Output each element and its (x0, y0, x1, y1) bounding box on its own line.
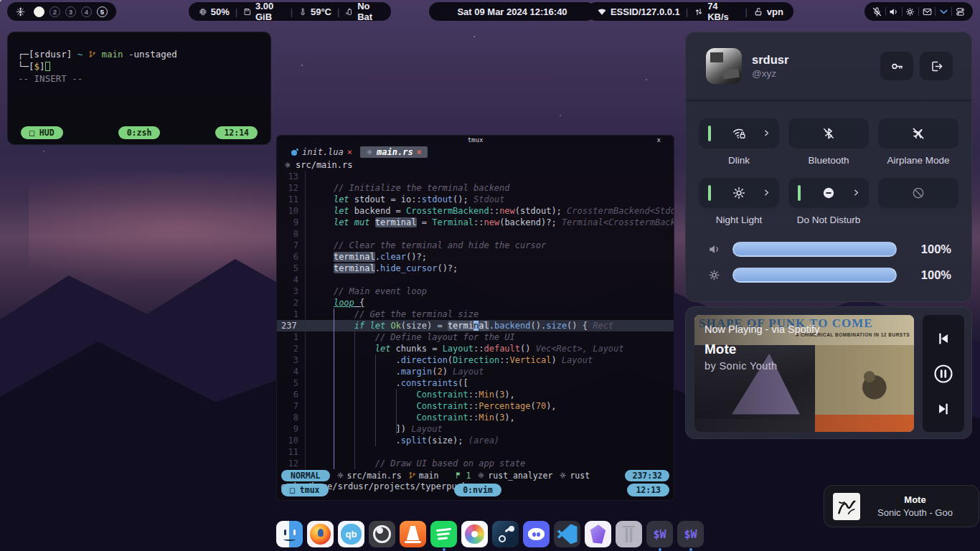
workspace-4[interactable]: 4 (81, 6, 92, 17)
logout-button[interactable] (920, 52, 953, 80)
dock-obsidian[interactable] (585, 521, 611, 547)
dock-obs[interactable] (369, 521, 395, 547)
code-line[interactable]: 1 // Get the terminal size (277, 309, 674, 320)
code-line[interactable]: 6 Constraint::Min(3), (277, 389, 674, 400)
toggle-bluetooth[interactable] (788, 118, 869, 149)
network-pill[interactable]: ESSID/127.0.0.1 | 74 KB/s | vpn (587, 2, 793, 21)
toggle-do-not-disturb[interactable] (788, 178, 869, 208)
dock-discord[interactable] (523, 521, 550, 547)
code-line[interactable]: 5 .constraints([ (277, 377, 674, 389)
dock-vlc[interactable] (400, 521, 426, 547)
code-line[interactable]: 10 let backend = CrosstermBackend::new(s… (277, 205, 674, 217)
code-line[interactable]: 3 .direction(Direction::Vertical) Layout (277, 354, 674, 366)
previous-track-button[interactable] (936, 331, 951, 347)
workspace-3[interactable]: 3 (65, 6, 76, 17)
speaker-icon[interactable] (888, 6, 899, 17)
code-line[interactable]: 6 terminal.clear()?; (277, 251, 674, 263)
brightness-slider[interactable] (732, 268, 897, 283)
chevron-right-icon[interactable] (852, 188, 861, 197)
toggle-airplane-mode[interactable] (878, 118, 958, 149)
code-line[interactable]: 11 let stdout = io::stdout(); Stdout (277, 194, 674, 205)
window-titlebar: tmux x (277, 136, 674, 145)
album-art[interactable]: SHAPE OF PUNK TO COME A CHIMERICAL BOMBI… (694, 315, 914, 432)
divider (885, 7, 886, 16)
tmux-window[interactable]: 0:nvim (454, 484, 501, 496)
tab-close-icon[interactable]: × (417, 147, 422, 157)
code-line[interactable]: 9 let mut terminal = Terminal::new(backe… (277, 217, 674, 228)
code-line[interactable]: 11 (277, 446, 674, 458)
code-line[interactable]: 12 // Draw UI based on app state (277, 458, 674, 469)
chevron-down-icon[interactable] (938, 6, 949, 17)
snowflake-icon (16, 6, 25, 18)
code-line[interactable]: 3 // Main event loop (277, 286, 674, 297)
mail-icon[interactable] (922, 6, 933, 17)
window-close-button[interactable]: x (657, 136, 661, 145)
dock-sw-app[interactable]: $W (646, 521, 673, 547)
running-indicator (689, 548, 692, 551)
dock-file-manager[interactable] (276, 521, 303, 547)
line-number: 2 (277, 297, 306, 309)
code-line[interactable]: 4 (277, 274, 674, 286)
tmux-session-name[interactable]: □ HUD (21, 126, 63, 139)
chevron-right-icon[interactable] (762, 128, 771, 138)
line-number: 9 (277, 217, 306, 228)
workspace-5[interactable]: 5 (97, 6, 108, 17)
dock-photos[interactable] (461, 521, 488, 547)
dock-sw-app-2[interactable]: $W (677, 521, 704, 547)
line-number: 7 (277, 240, 306, 251)
code-line[interactable]: 2 loop { (277, 297, 674, 309)
tmux-session-name[interactable]: □ tmux (281, 484, 329, 496)
line-number: 5 (277, 263, 306, 274)
toggle-night-light[interactable] (699, 178, 779, 208)
pause-button[interactable] (933, 363, 954, 385)
code-line[interactable]: 5 terminal.hide_cursor()?; (277, 263, 674, 274)
switches-icon[interactable] (955, 6, 966, 17)
chevron-right-icon[interactable] (762, 188, 771, 197)
code-line[interactable]: 2 let chunks = Layout::default() Vec<Rec… (277, 343, 674, 354)
toggle-dlink[interactable] (699, 118, 779, 149)
code-line[interactable]: 8 Constraint::Min(3), (277, 412, 674, 423)
gear-icon[interactable] (905, 6, 915, 17)
code-line-current[interactable]: 237 if let Ok(size) = terminal.backend()… (277, 320, 674, 331)
workspace-1[interactable] (34, 6, 44, 17)
code-line[interactable]: 1 // Define layout for the UI (277, 331, 674, 343)
divider (951, 7, 952, 16)
workspace-2[interactable]: 2 (50, 6, 60, 17)
tab-init-lua[interactable]: init.lua × (286, 146, 358, 158)
volume-slider[interactable] (732, 242, 897, 257)
dock-firefox[interactable] (307, 521, 334, 547)
code-line[interactable]: 12 // Initialize the terminal backend (277, 182, 674, 194)
tab-main-rs[interactable]: main.rs × (360, 146, 428, 158)
line-number: 9 (277, 423, 306, 435)
speaker-icon (707, 242, 721, 256)
code-line[interactable]: 10 .split(size); (area) (277, 435, 674, 446)
password-key-button[interactable] (880, 52, 913, 80)
trash-icon (616, 521, 642, 547)
code-area[interactable]: 1312 // Initialize the terminal backend1… (277, 171, 674, 469)
line-number: 3 (277, 286, 306, 297)
code-line[interactable]: 9 ]) Layout (277, 423, 674, 435)
notification-title: Mote (860, 494, 970, 505)
toggle-blocked[interactable] (878, 178, 958, 208)
clock-pill[interactable]: Sat 09 Mar 2024 12:16:40 (429, 2, 595, 21)
tab-close-icon[interactable]: × (347, 147, 352, 157)
dock-trash[interactable] (616, 521, 642, 547)
blocked-icon (911, 186, 925, 200)
dock-spotify[interactable] (430, 521, 457, 547)
editor-window[interactable]: tmux x init.lua × main.rs × src/main.rs … (276, 135, 674, 501)
dock-steam[interactable] (492, 521, 519, 547)
tmux-window[interactable]: 0:zsh (118, 126, 161, 139)
code-line[interactable]: 8 (277, 228, 674, 240)
code-line[interactable]: 4 .margin(2) Layout (277, 366, 674, 377)
hud-terminal-window[interactable]: ┌─[srdusr] ~ main -unstaged └─[$] -- INS… (7, 32, 271, 145)
code-line[interactable]: 7 // Clear the terminal and hide the cur… (277, 240, 674, 251)
code-line[interactable]: 7 Constraint::Percentage(70), (277, 400, 674, 412)
next-track-button[interactable] (936, 401, 951, 417)
code-line[interactable]: 13 (277, 171, 674, 182)
active-indicator (708, 185, 711, 201)
dock-vscode[interactable] (554, 521, 580, 547)
microphone-muted-icon[interactable] (872, 6, 882, 17)
key-icon (890, 60, 904, 73)
notification-card[interactable]: Mote Sonic Youth - Goo (824, 485, 979, 527)
dock-qbittorrent[interactable]: qb (338, 521, 364, 547)
